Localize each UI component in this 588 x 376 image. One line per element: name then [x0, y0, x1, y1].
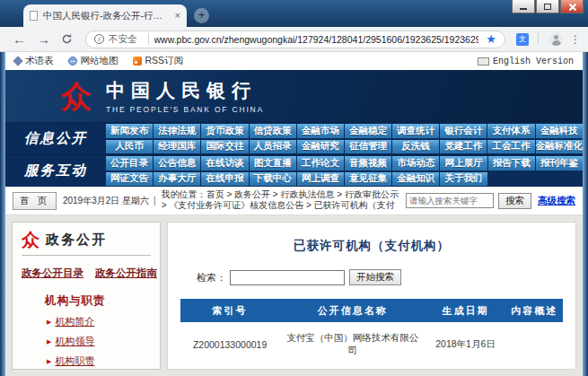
nav-item[interactable]: 在线申报	[201, 172, 248, 187]
nav-item[interactable]: 银行会计	[440, 124, 487, 138]
nav-item[interactable]: 报刊年鉴	[536, 156, 583, 171]
english-version-label: English Version	[493, 57, 574, 66]
nav-item[interactable]: 人民币	[106, 140, 153, 154]
sidebar-item-label[interactable]: 机构职责	[55, 354, 94, 368]
content-search-label: 检索：	[197, 271, 226, 284]
nav-item[interactable]: 网上调查	[297, 172, 344, 187]
sidebar-item-label[interactable]: 机构领导	[55, 335, 94, 348]
browser-tab[interactable]: 中国人民银行-政务公开-行政执… ×	[23, 4, 187, 27]
advanced-search-link[interactable]: 高级搜索	[538, 195, 575, 207]
reload-icon[interactable]	[61, 33, 73, 45]
tab-close-icon[interactable]: ×	[175, 11, 180, 21]
nav-item[interactable]: 工作论文	[297, 156, 344, 171]
site-search-button[interactable]: 搜索	[498, 193, 531, 209]
breadcrumb: 我的位置：首页 > 政务公开 > 行政执法信息 > 行政审批公示 > 《支付业务…	[162, 189, 400, 213]
col-header-name: 公开信息名称	[280, 299, 426, 322]
window-minimize-button[interactable]	[512, 0, 535, 13]
cell-index: Z2000133000019	[180, 322, 280, 367]
bookmark-star-icon[interactable]: ★	[486, 33, 496, 45]
window-maximize-button[interactable]	[536, 0, 559, 13]
nav-group-label-info: 信息公开	[5, 123, 106, 154]
glossary-label: 术语表	[25, 55, 54, 67]
browser-titlebar: 中国人民银行-政务公开-行政执… × +	[0, 0, 588, 27]
glossary-link[interactable]: 术语表	[14, 55, 54, 67]
content-search-button[interactable]: 开始搜索	[349, 269, 401, 285]
nav-item[interactable]: 下载中心	[250, 172, 296, 187]
nav-item[interactable]: 反洗钱	[392, 140, 439, 154]
nav-item[interactable]: 货币政策	[201, 124, 248, 138]
sidebar-link-directory[interactable]: 政务公开目录	[22, 267, 83, 280]
rss-link[interactable]: RSS订阅	[133, 55, 184, 67]
home-button[interactable]: 首 页	[13, 192, 57, 210]
cell-date: 2018年1月6日	[426, 367, 506, 370]
info-icon[interactable]: i	[94, 34, 104, 44]
rss-label: RSS订阅	[145, 55, 184, 67]
nav-item[interactable]: 人员招录	[250, 140, 296, 154]
col-header-index: 索引号	[180, 299, 280, 322]
nav-item[interactable]: 图文直播	[250, 156, 296, 171]
nav-item[interactable]: 金融市场	[297, 124, 344, 138]
nav-item[interactable]: 新闻发布	[106, 124, 153, 138]
date-divider: |	[154, 196, 156, 205]
profile-avatar[interactable]	[549, 32, 563, 46]
sidebar-link-guide[interactable]: 政务公开指南	[95, 267, 157, 280]
content-panel: 已获许可机构（支付机构） 检索： 开始搜索 索引号 公开信息名称 生成日期	[167, 222, 576, 370]
nav-item[interactable]: 报告下载	[488, 156, 535, 171]
translate-icon[interactable]: 文	[516, 33, 529, 46]
nav-item[interactable]: 工会工作	[487, 140, 534, 154]
nav-item[interactable]: 金融标准化	[536, 140, 584, 154]
nav-item[interactable]: 金融知识	[392, 172, 439, 187]
sidebar-top-links: 政务公开目录 政务公开指南	[22, 267, 151, 280]
nav-item[interactable]: 金融稳定	[345, 124, 391, 138]
glossary-icon	[13, 56, 22, 66]
nav-item[interactable]: 经理国库	[154, 140, 200, 154]
content-search-input[interactable]	[230, 270, 345, 285]
nav-item[interactable]: 市场动态	[392, 156, 439, 171]
nav-item[interactable]: 网证文告	[106, 172, 153, 187]
nav-item[interactable]: 金融科技	[536, 124, 584, 138]
window-border-right	[583, 52, 588, 376]
sidebar-item[interactable]: ▶机构职责	[22, 354, 151, 368]
site-masthead: 众 中国人民银行 THE PEOPLE'S BANK OF CHINA	[5, 70, 583, 122]
nav-item[interactable]: 公开目录	[106, 156, 153, 171]
sitemap-link[interactable]: 网站地图	[68, 55, 118, 67]
nav-item[interactable]: 征信管理	[345, 140, 391, 154]
nav-item[interactable]: 在线访谈	[201, 156, 248, 171]
nav-item[interactable]: 法律法规	[154, 124, 200, 138]
nav-item[interactable]: 意见征集	[345, 172, 391, 187]
url-text[interactable]: www.pbc.gov.cn/zhengwugongkai/127924/128…	[154, 34, 479, 45]
cell-name[interactable]: 银联商务股份有限公司	[280, 367, 426, 370]
forward-icon[interactable]: →	[37, 32, 50, 46]
menu-kebab-icon[interactable]: ⋮	[570, 33, 581, 46]
browser-window: 中国人民银行-政务公开-行政执… × + ← → i 不安全 www.pbc.g…	[0, 0, 588, 376]
cell-desc	[505, 322, 563, 367]
back-icon[interactable]: ←	[13, 32, 26, 46]
nav-item[interactable]: 关于我们	[440, 172, 487, 187]
sidebar-item[interactable]: ▶机构领导	[22, 335, 151, 348]
license-table: 索引号 公开信息名称 生成日期 内容概述 Z2000133000019 支付宝（…	[180, 299, 564, 370]
window-close-button[interactable]	[560, 0, 584, 13]
nav-item[interactable]: 网上展厅	[440, 156, 487, 171]
site-search-input[interactable]	[406, 193, 494, 208]
nav-item[interactable]: 公告信息	[154, 156, 200, 171]
sidebar-item-label[interactable]: 机构简介	[55, 315, 94, 328]
new-tab-button[interactable]: +	[194, 8, 209, 23]
nav-item[interactable]: 信贷政策	[250, 124, 296, 138]
table-row[interactable]: Z2000231000010 银联商务股份有限公司 2018年1月6日	[180, 367, 564, 370]
nav-item[interactable]: 音频视频	[345, 156, 391, 171]
nav-item[interactable]: 金融研究	[297, 140, 344, 154]
address-bar[interactable]: i 不安全 www.pbc.gov.cn/zhengwugongkai/1279…	[85, 31, 505, 48]
cell-desc	[505, 367, 563, 370]
nav-item[interactable]: 调查统计	[392, 124, 439, 138]
nav-item[interactable]: 办事大厅	[154, 172, 200, 187]
english-version-link[interactable]: English Version	[478, 57, 574, 66]
nav-item[interactable]: 支付体系	[487, 124, 534, 138]
cell-name[interactable]: 支付宝（中国）网络技术有限公司	[280, 322, 426, 367]
nav-item[interactable]: 党建工作	[440, 140, 487, 154]
nav-item[interactable]: 国际交往	[201, 140, 248, 154]
page-viewport: 术语表 网站地图 RSS订阅 English Version 众	[5, 52, 583, 376]
bank-name-en: THE PEOPLE'S BANK OF CHINA	[106, 105, 264, 114]
nav-band-information: 信息公开 新闻发布 法律法规 货币政策 信贷政策 金融市场 金融稳定 调查统计 …	[5, 122, 583, 154]
sidebar-item[interactable]: ▶机构简介	[22, 315, 151, 328]
table-row[interactable]: Z2000133000019 支付宝（中国）网络技术有限公司 2018年1月6日	[180, 322, 564, 367]
